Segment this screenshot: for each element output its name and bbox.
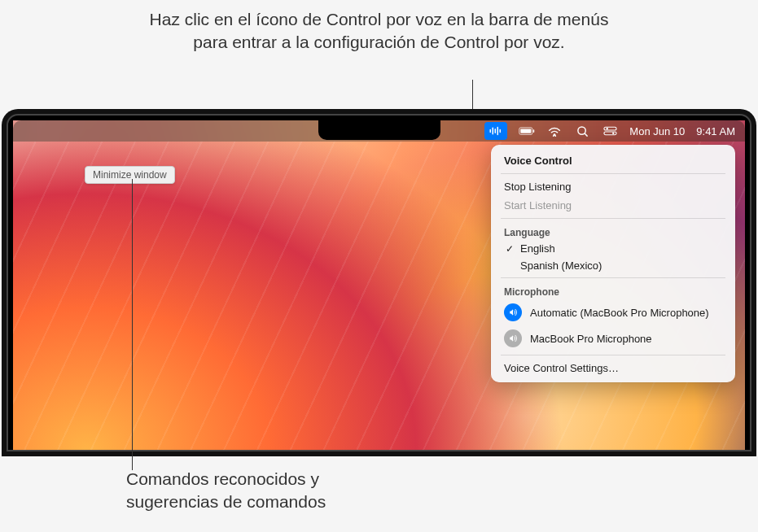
voice-control-menubar-icon[interactable]: [484, 122, 507, 140]
language-name: English: [520, 242, 555, 255]
divider: [501, 173, 725, 174]
language-option-spanish[interactable]: Spanish (Mexico): [496, 257, 730, 274]
microphone-option-macbook[interactable]: MacBook Pro Microphone: [496, 325, 730, 351]
divider: [501, 218, 725, 219]
callout-bottom-line1: Comandos reconocidos y: [126, 469, 319, 488]
language-option-english[interactable]: ✓ English: [496, 240, 730, 257]
svg-point-14: [612, 133, 614, 134]
start-listening-item: Start Listening: [496, 196, 730, 215]
svg-rect-4: [500, 129, 502, 133]
control-center-icon[interactable]: [602, 124, 618, 137]
voice-control-settings-item[interactable]: Voice Control Settings…: [496, 359, 730, 377]
display-notch: [318, 120, 440, 140]
microphone-section-label: Microphone: [496, 281, 730, 299]
svg-rect-6: [521, 129, 532, 133]
speaker-icon: [504, 329, 522, 347]
svg-rect-13: [604, 132, 616, 135]
checkmark-icon: ✓: [504, 243, 515, 255]
voice-command-suggestion-bubble: Minimize window: [85, 166, 175, 184]
voice-control-dropdown-panel: Voice Control Stop Listening Start Liste…: [491, 145, 735, 382]
menubar-date[interactable]: Mon Jun 10: [629, 125, 685, 137]
menubar-time[interactable]: 9:41 AM: [696, 125, 735, 137]
svg-rect-0: [490, 129, 492, 133]
svg-point-12: [606, 128, 607, 129]
divider: [501, 355, 725, 355]
svg-rect-2: [495, 129, 497, 133]
svg-point-8: [554, 133, 556, 136]
speaker-icon: [504, 303, 522, 321]
svg-line-10: [585, 133, 587, 136]
spotlight-icon[interactable]: [574, 124, 590, 137]
svg-rect-3: [497, 127, 499, 136]
language-section-label: Language: [496, 222, 730, 240]
microphone-name: Automatic (MacBook Pro Microphone): [530, 307, 709, 319]
callout-line-bottom: [132, 179, 133, 470]
microphone-name: MacBook Pro Microphone: [530, 333, 652, 345]
callout-top-text: Haz clic en el ícono de Control por voz …: [0, 8, 758, 55]
divider: [501, 277, 725, 278]
stop-listening-item[interactable]: Stop Listening: [496, 177, 730, 196]
wifi-icon[interactable]: [546, 124, 563, 137]
screen: Mon Jun 10 9:41 AM Minimize window Voice…: [13, 120, 745, 450]
macbook-frame: Mon Jun 10 9:41 AM Minimize window Voice…: [7, 114, 751, 451]
panel-title: Voice Control: [496, 150, 730, 170]
battery-icon[interactable]: [519, 124, 535, 137]
microphone-option-automatic[interactable]: Automatic (MacBook Pro Microphone): [496, 299, 730, 325]
svg-rect-1: [493, 128, 494, 135]
language-name: Spanish (Mexico): [520, 259, 602, 272]
callout-bottom-text: Comandos reconocidos y sugerencias de co…: [126, 468, 326, 514]
callout-bottom-line2: sugerencias de comandos: [126, 492, 326, 511]
svg-rect-7: [533, 129, 535, 133]
svg-rect-11: [604, 127, 616, 130]
